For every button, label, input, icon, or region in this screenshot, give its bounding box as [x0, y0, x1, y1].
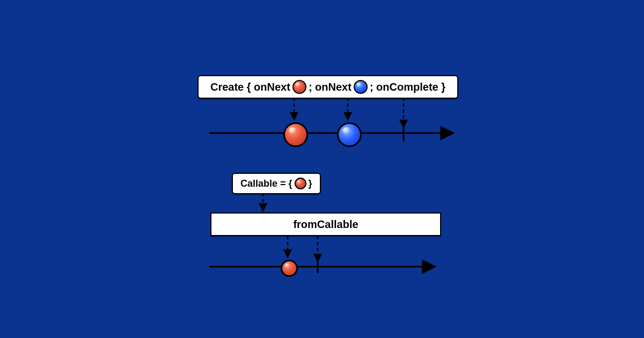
callable-box: Callable = { } — [232, 173, 321, 194]
callable-text-1: Callable = { — [240, 178, 292, 189]
create-operator-box: Create { onNext ; onNext ; onComplete } — [197, 75, 458, 99]
create-text-3: ; onComplete } — [370, 81, 445, 93]
marble-red-icon — [292, 80, 306, 94]
marble-red-icon — [295, 178, 306, 189]
diagram-stage: Create { onNext ; onNext ; onComplete } … — [0, 0, 644, 338]
arrows-layer — [0, 0, 644, 338]
create-text-2: ; onNext — [309, 81, 352, 93]
fromcallable-operator-box: fromCallable — [210, 212, 441, 236]
callable-text-2: } — [309, 178, 312, 189]
marble-blue-icon — [354, 80, 368, 94]
fromcallable-label: fromCallable — [293, 218, 358, 231]
timeline-marble-red-small — [281, 260, 298, 277]
timeline-marble-blue — [337, 122, 362, 147]
timeline-marble-red — [283, 122, 308, 147]
create-text-1: Create { onNext — [210, 81, 290, 93]
